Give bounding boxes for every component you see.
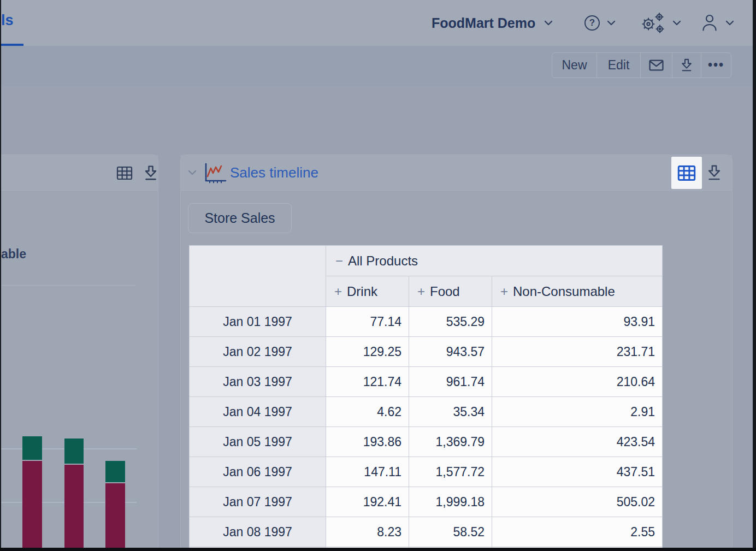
screenshot-edge-bottom [0, 548, 756, 551]
cell: 210.64 [492, 367, 663, 397]
sales-timeline-panel: Sales timeline Store Sales −All Products [180, 155, 733, 548]
table-row: Jan 05 1997 193.86 1,369.79 423.54 [190, 427, 663, 457]
download-button[interactable] [672, 53, 701, 78]
group-header-all-products[interactable]: −All Products [326, 246, 663, 276]
table-row: Jan 07 1997 192.41 1,999.18 505.02 [190, 487, 663, 517]
help-menu-button[interactable]: ? [584, 0, 616, 46]
envelope-icon [649, 60, 664, 71]
measure-button[interactable]: Store Sales [188, 203, 292, 233]
table-row: Jan 04 1997 4.62 35.34 2.91 [190, 397, 663, 427]
active-tab[interactable]: ls [1, 12, 14, 29]
bar-segment-top [22, 436, 42, 460]
download-icon [680, 58, 693, 73]
bar-segment-bottom [105, 483, 125, 548]
row-header: Jan 03 1997 [190, 367, 326, 397]
row-header: Jan 07 1997 [190, 487, 326, 517]
cell: 93.91 [492, 307, 663, 337]
table-row: Jan 03 1997 121.74 961.74 210.64 [190, 367, 663, 397]
cell: 961.74 [409, 367, 492, 397]
table-grid-icon [677, 164, 696, 182]
chevron-down-icon [606, 19, 616, 27]
cell: 192.41 [326, 487, 409, 517]
cell: 1,369.79 [409, 427, 492, 457]
gears-icon [639, 12, 665, 34]
table-grid-icon [116, 165, 133, 181]
table-row: Jan 02 1997 129.25 943.57 231.71 [190, 337, 663, 367]
legend-divider [0, 285, 135, 286]
chevron-down-icon [543, 19, 554, 27]
left-widget-panel: able [0, 155, 158, 548]
user-icon [701, 13, 718, 33]
more-button[interactable]: ••• [701, 53, 731, 78]
pivot-table-wrap: −All Products +Drink +Food +Non-Consumab… [189, 245, 663, 548]
expand-toggle-glyph: + [500, 284, 508, 299]
screenshot-edge-left [0, 0, 1, 551]
bar-segment-bottom [64, 465, 84, 548]
export-button[interactable] [706, 164, 722, 183]
mail-button[interactable] [641, 53, 672, 78]
cell: 535.29 [409, 307, 492, 337]
top-bar: ls FoodMart Demo ? [0, 0, 756, 46]
column-header-non-consumable[interactable]: +Non-Consumable [492, 276, 663, 307]
cell: 193.86 [326, 427, 409, 457]
dashboard-toolbar: New Edit ••• [552, 52, 731, 78]
cell: 121.74 [326, 367, 409, 397]
help-icon: ? [584, 15, 600, 31]
pivot-table: −All Products +Drink +Food +Non-Consumab… [189, 245, 663, 548]
stacked-bar-chart [0, 421, 142, 548]
row-header: Jan 08 1997 [190, 517, 326, 547]
cell: 1,577.72 [409, 457, 492, 487]
screenshot-edge-right [753, 0, 756, 551]
column-header-food[interactable]: +Food [409, 276, 492, 307]
workspace-dropdown[interactable]: FoodMart Demo [432, 0, 554, 46]
download-icon [706, 164, 722, 181]
table-view-toggle-active[interactable] [671, 157, 702, 189]
cell: 58.52 [409, 517, 492, 547]
chevron-down-icon [187, 168, 198, 177]
edit-button[interactable]: Edit [597, 53, 641, 78]
panel-title: Sales timeline [230, 164, 318, 181]
bar-segment-top [105, 461, 125, 482]
corner-cell [190, 246, 326, 307]
legend-label-partial: able [1, 247, 26, 262]
export-button[interactable] [143, 165, 158, 183]
cell: 505.02 [492, 487, 663, 517]
expand-toggle-glyph: + [417, 284, 425, 299]
bar-segment-bottom [22, 461, 42, 548]
chevron-down-icon [725, 19, 735, 27]
collapse-toggle-glyph: − [335, 253, 343, 268]
download-icon [143, 165, 158, 181]
workspace-label: FoodMart Demo [432, 15, 535, 31]
table-view-button[interactable] [116, 165, 133, 183]
column-header-drink[interactable]: +Drink [326, 276, 409, 307]
cell: 77.14 [326, 307, 409, 337]
row-header: Jan 05 1997 [190, 427, 326, 457]
settings-menu-button[interactable] [639, 0, 682, 46]
expand-toggle-glyph: + [334, 284, 342, 299]
cell: 423.54 [492, 427, 663, 457]
cell: 8.23 [326, 517, 409, 547]
row-header: Jan 06 1997 [190, 457, 326, 487]
sales-timeline-header: Sales timeline [181, 155, 732, 191]
cell: 129.25 [326, 337, 409, 367]
line-chart-icon [204, 163, 227, 186]
cell: 943.57 [409, 337, 492, 367]
user-menu-button[interactable] [701, 0, 735, 46]
cell: 2.91 [492, 397, 663, 427]
row-header: Jan 02 1997 [190, 337, 326, 367]
cell: 437.51 [492, 457, 663, 487]
cell: 231.71 [492, 337, 663, 367]
table-row: Jan 01 1997 77.14 535.29 93.91 [190, 307, 663, 337]
cell: 147.11 [326, 457, 409, 487]
left-widget-header [0, 155, 158, 191]
cell: 4.62 [326, 397, 409, 427]
row-header: Jan 04 1997 [190, 397, 326, 427]
table-row: Jan 08 1997 8.23 58.52 2.55 [190, 517, 663, 547]
new-button[interactable]: New [552, 53, 597, 78]
chevron-down-icon [672, 19, 682, 27]
cell: 35.34 [409, 397, 492, 427]
cell: 1,999.18 [409, 487, 492, 517]
row-header: Jan 01 1997 [190, 307, 326, 337]
collapse-button[interactable] [187, 168, 198, 179]
bar-segment-top [64, 439, 84, 464]
